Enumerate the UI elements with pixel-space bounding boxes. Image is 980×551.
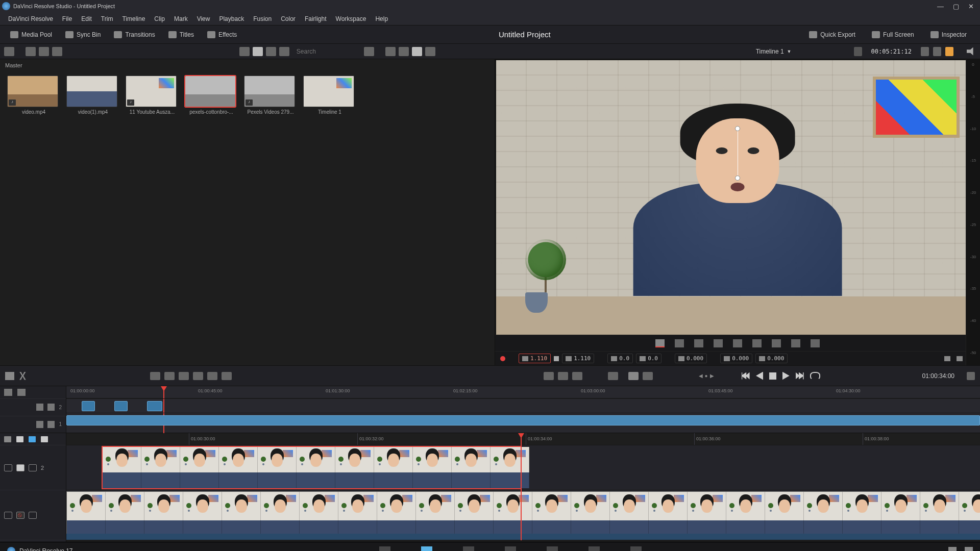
record-timecode[interactable]: 01:00:34:00 [922, 372, 954, 380]
bin-view-icon-2[interactable] [39, 47, 49, 56]
clip-v2-selected[interactable] [102, 446, 521, 489]
tools-icon-3[interactable] [572, 372, 582, 380]
overview-clip-v2-1[interactable] [82, 401, 95, 411]
overview-clip-v2-3[interactable] [147, 401, 162, 411]
play-reverse-button[interactable] [756, 372, 763, 380]
menu-clip[interactable]: Clip [150, 14, 169, 24]
prev-marker-icon[interactable]: ◀ [699, 373, 703, 379]
viewer-timecode[interactable]: 00:05:21:12 [871, 48, 912, 55]
loop-button[interactable] [810, 372, 820, 380]
extra-tool-icon[interactable] [41, 436, 48, 442]
timeline-options-icon[interactable] [967, 372, 975, 380]
flag-tool-icon[interactable] [29, 436, 36, 442]
rotation-field[interactable]: 0.000 [675, 354, 707, 363]
track-header-tool-2[interactable] [17, 389, 26, 396]
thumbnail-view-button[interactable] [253, 47, 263, 56]
close-up-icon[interactable] [193, 372, 203, 380]
bin-path[interactable]: Master [0, 59, 495, 71]
menu-fairlight[interactable]: Fairlight [301, 14, 331, 24]
overview-ruler[interactable]: 01:00:00:0001:00:45:0001:01:30:0001:02:1… [66, 386, 980, 398]
menu-edit[interactable]: Edit [77, 14, 96, 24]
split-clip-icon[interactable] [19, 372, 28, 380]
overview-clip-v1[interactable] [66, 415, 980, 425]
flip-h-icon[interactable] [944, 356, 950, 361]
sort-button[interactable] [364, 47, 374, 56]
source-overwrite-icon[interactable] [222, 372, 232, 380]
lock-icon-v1[interactable] [4, 512, 12, 519]
place-on-top-icon[interactable] [207, 372, 217, 380]
sync-bin-button[interactable]: Sync Bin [60, 29, 106, 40]
jump-start-button[interactable] [742, 372, 750, 380]
smart-insert-icon[interactable] [150, 372, 160, 380]
play-button[interactable] [782, 372, 790, 380]
viewer-options-button[interactable] [425, 47, 435, 56]
viewer-mode-2[interactable] [399, 47, 409, 56]
pos-y-field[interactable]: 0.0 [636, 354, 662, 363]
stop-button[interactable] [769, 372, 776, 380]
video-track-2[interactable] [66, 445, 980, 490]
pos-x-field[interactable]: 0.0 [607, 354, 633, 363]
menu-view[interactable]: View [193, 14, 214, 24]
snap-icon[interactable] [4, 436, 11, 442]
track-header-tool-1[interactable] [4, 389, 12, 396]
maximize-button[interactable]: ▢ [953, 3, 959, 10]
menu-file[interactable]: File [58, 14, 76, 24]
menu-color[interactable]: Color [277, 14, 300, 24]
track-enable-icon[interactable] [16, 464, 24, 471]
minimize-button[interactable]: — [937, 3, 944, 10]
speed-icon[interactable] [772, 339, 781, 347]
import-menu-button[interactable] [4, 47, 14, 56]
close-button[interactable]: ✕ [968, 3, 974, 10]
color-page-icon[interactable] [547, 546, 558, 552]
quick-export-button[interactable]: Quick Export [804, 29, 861, 40]
video-track-2-header[interactable]: 2 [0, 445, 66, 490]
metadata-view-button[interactable] [279, 47, 289, 56]
view-option-1[interactable] [628, 372, 639, 380]
transitions-button[interactable]: Transitions [109, 29, 160, 40]
media-clip-1[interactable]: video(1).mp4 [66, 76, 119, 115]
anchor-x-field[interactable]: 0.000 [720, 354, 752, 363]
menu-timeline[interactable]: Timeline [118, 14, 149, 24]
lock-icon[interactable] [4, 464, 12, 471]
anchor-y-field[interactable]: 0.000 [755, 354, 788, 363]
search-input[interactable] [297, 48, 358, 55]
home-icon[interactable] [948, 547, 957, 552]
lens-correction-icon[interactable] [733, 339, 742, 347]
tools-icon-1[interactable] [544, 372, 554, 380]
media-clip-4[interactable]: ♪Pexels Videos 279... [244, 76, 297, 115]
menu-trim[interactable]: Trim [97, 14, 117, 24]
media-page-icon[interactable] [379, 546, 390, 552]
project-settings-icon[interactable] [965, 547, 973, 552]
detailed-ruler[interactable]: 01:00:30:0001:00:32:0001:00:34:0001:00:3… [66, 433, 980, 445]
inspector-button[interactable]: Inspector [925, 29, 972, 40]
list-view-button[interactable] [266, 47, 276, 56]
viewer-options-2[interactable] [945, 47, 953, 56]
menu-davinci[interactable]: DaVinci Resolve [4, 14, 57, 24]
transform-tool-icon[interactable] [655, 339, 665, 347]
marker-tool-icon[interactable] [16, 436, 23, 442]
stabilize-icon[interactable] [714, 339, 723, 347]
menu-help[interactable]: Help [371, 14, 392, 24]
detailed-playhead[interactable] [521, 433, 522, 540]
strip-view-button[interactable] [239, 47, 250, 56]
zoom-y-field[interactable]: 1.110 [562, 354, 594, 363]
zoom-x-field[interactable]: 1.110 [519, 354, 551, 363]
menu-playback[interactable]: Playback [215, 14, 248, 24]
view-option-2[interactable] [643, 372, 653, 380]
deliver-page-icon[interactable] [630, 546, 642, 552]
fusion-page-icon[interactable] [505, 546, 516, 552]
speaker-icon[interactable] [967, 47, 976, 56]
keyframe-record-icon[interactable] [500, 356, 505, 361]
viewer-mode-3[interactable] [412, 47, 422, 56]
overview-clip-v2-2[interactable] [114, 401, 128, 411]
color-icon[interactable] [791, 339, 800, 347]
next-marker-icon[interactable]: ▶ [710, 373, 714, 379]
bypass-fx-button[interactable] [921, 47, 929, 56]
menu-mark[interactable]: Mark [170, 14, 192, 24]
menu-fusion[interactable]: Fusion [249, 14, 276, 24]
chevron-down-icon[interactable]: ▼ [787, 49, 792, 54]
effects-button[interactable]: Effects [202, 29, 242, 40]
media-pool-button[interactable]: Media Pool [5, 29, 57, 40]
flip-v-icon[interactable] [957, 356, 963, 361]
media-clip-5[interactable]: Timeline 1 [303, 76, 356, 115]
